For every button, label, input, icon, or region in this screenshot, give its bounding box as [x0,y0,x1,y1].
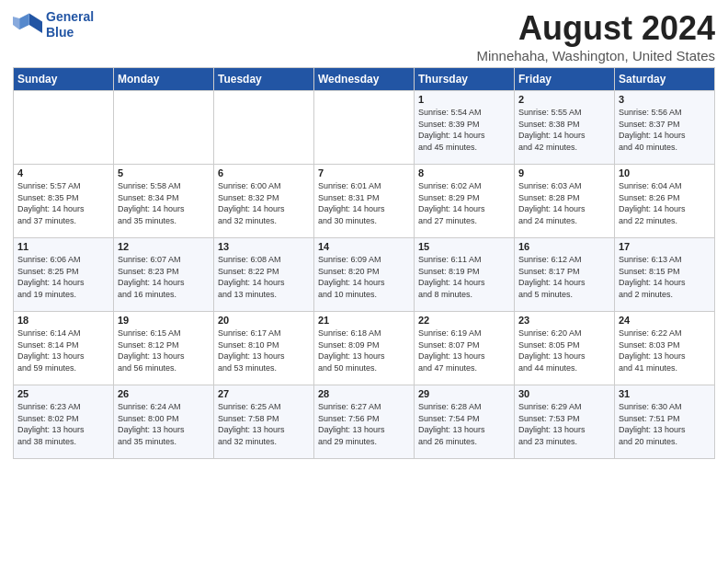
day-number: 6 [218,167,310,178]
day-info: Sunrise: 6:02 AM Sunset: 8:29 PM Dayligh… [418,180,510,226]
day-number: 7 [318,167,410,178]
calendar-cell: 22Sunrise: 6:19 AM Sunset: 8:07 PM Dayli… [415,312,515,385]
calendar-week-row: 25Sunrise: 6:23 AM Sunset: 8:02 PM Dayli… [14,385,715,459]
calendar-cell [314,91,415,165]
calendar-cell: 20Sunrise: 6:17 AM Sunset: 8:10 PM Dayli… [214,312,314,385]
day-number: 5 [118,167,210,178]
day-info: Sunrise: 6:25 AM Sunset: 7:58 PM Dayligh… [218,401,310,447]
day-info: Sunrise: 5:54 AM Sunset: 8:39 PM Dayligh… [418,107,510,153]
page-container: General Blue August 2024 Minnehaha, Wash… [0,0,728,468]
calendar-cell: 14Sunrise: 6:09 AM Sunset: 8:20 PM Dayli… [314,238,415,312]
col-friday: Friday [515,68,615,91]
calendar-cell: 31Sunrise: 6:30 AM Sunset: 7:51 PM Dayli… [615,385,715,459]
calendar-cell: 9Sunrise: 6:03 AM Sunset: 8:28 PM Daylig… [515,165,615,238]
day-info: Sunrise: 5:55 AM Sunset: 8:38 PM Dayligh… [518,107,610,153]
day-info: Sunrise: 6:06 AM Sunset: 8:25 PM Dayligh… [17,254,109,300]
calendar-cell: 19Sunrise: 6:15 AM Sunset: 8:12 PM Dayli… [114,312,214,385]
calendar-cell: 8Sunrise: 6:02 AM Sunset: 8:29 PM Daylig… [415,165,515,238]
day-info: Sunrise: 6:17 AM Sunset: 8:10 PM Dayligh… [218,327,310,373]
day-info: Sunrise: 6:04 AM Sunset: 8:26 PM Dayligh… [619,180,711,226]
calendar-cell: 16Sunrise: 6:12 AM Sunset: 8:17 PM Dayli… [515,238,615,312]
day-number: 4 [17,167,109,178]
day-number: 13 [218,241,310,252]
calendar-cell: 10Sunrise: 6:04 AM Sunset: 8:26 PM Dayli… [615,165,715,238]
calendar-cell: 30Sunrise: 6:29 AM Sunset: 7:53 PM Dayli… [515,385,615,459]
day-number: 28 [318,388,410,399]
calendar-cell: 6Sunrise: 6:00 AM Sunset: 8:32 PM Daylig… [214,165,314,238]
calendar-week-row: 4Sunrise: 5:57 AM Sunset: 8:35 PM Daylig… [14,165,715,238]
day-info: Sunrise: 6:24 AM Sunset: 8:00 PM Dayligh… [118,401,210,447]
day-info: Sunrise: 6:29 AM Sunset: 7:53 PM Dayligh… [518,401,610,447]
col-wednesday: Wednesday [314,68,415,91]
day-info: Sunrise: 6:22 AM Sunset: 8:03 PM Dayligh… [619,327,711,373]
day-info: Sunrise: 6:18 AM Sunset: 8:09 PM Dayligh… [318,327,410,373]
day-number: 23 [518,315,610,326]
day-number: 21 [318,315,410,326]
calendar-cell: 29Sunrise: 6:28 AM Sunset: 7:54 PM Dayli… [415,385,515,459]
day-number: 14 [318,241,410,252]
calendar-cell: 13Sunrise: 6:08 AM Sunset: 8:22 PM Dayli… [214,238,314,312]
col-saturday: Saturday [615,68,715,91]
col-sunday: Sunday [14,68,114,91]
day-info: Sunrise: 6:03 AM Sunset: 8:28 PM Dayligh… [518,180,610,226]
calendar-cell: 28Sunrise: 6:27 AM Sunset: 7:56 PM Dayli… [314,385,415,459]
day-info: Sunrise: 5:57 AM Sunset: 8:35 PM Dayligh… [17,180,109,226]
day-number: 31 [619,388,711,399]
day-number: 15 [418,241,510,252]
calendar-table: Sunday Monday Tuesday Wednesday Thursday… [13,67,715,459]
day-info: Sunrise: 6:14 AM Sunset: 8:14 PM Dayligh… [17,327,109,373]
calendar-cell [214,91,314,165]
logo: General Blue [13,9,94,40]
calendar-cell: 23Sunrise: 6:20 AM Sunset: 8:05 PM Dayli… [515,312,615,385]
day-number: 10 [619,167,711,178]
day-info: Sunrise: 6:19 AM Sunset: 8:07 PM Dayligh… [418,327,510,373]
day-number: 19 [118,315,210,326]
day-number: 24 [619,315,711,326]
calendar-cell [114,91,214,165]
calendar-cell [14,91,114,165]
day-info: Sunrise: 6:09 AM Sunset: 8:20 PM Dayligh… [318,254,410,300]
day-info: Sunrise: 6:11 AM Sunset: 8:19 PM Dayligh… [418,254,510,300]
calendar-header-row: Sunday Monday Tuesday Wednesday Thursday… [14,68,715,91]
title-area: August 2024 Minnehaha, Washington, Unite… [476,9,715,63]
day-number: 12 [118,241,210,252]
day-number: 16 [518,241,610,252]
calendar-cell: 24Sunrise: 6:22 AM Sunset: 8:03 PM Dayli… [615,312,715,385]
calendar-cell: 1Sunrise: 5:54 AM Sunset: 8:39 PM Daylig… [415,91,515,165]
calendar-cell: 15Sunrise: 6:11 AM Sunset: 8:19 PM Dayli… [415,238,515,312]
day-number: 11 [17,241,109,252]
calendar-cell: 11Sunrise: 6:06 AM Sunset: 8:25 PM Dayli… [14,238,114,312]
calendar-cell: 7Sunrise: 6:01 AM Sunset: 8:31 PM Daylig… [314,165,415,238]
day-info: Sunrise: 6:30 AM Sunset: 7:51 PM Dayligh… [619,401,711,447]
day-number: 27 [218,388,310,399]
calendar-cell: 18Sunrise: 6:14 AM Sunset: 8:14 PM Dayli… [14,312,114,385]
col-thursday: Thursday [415,68,515,91]
day-info: Sunrise: 6:20 AM Sunset: 8:05 PM Dayligh… [518,327,610,373]
logo-icon [13,10,42,40]
day-number: 2 [518,94,610,105]
day-number: 1 [418,94,510,105]
calendar-cell: 4Sunrise: 5:57 AM Sunset: 8:35 PM Daylig… [14,165,114,238]
day-info: Sunrise: 6:07 AM Sunset: 8:23 PM Dayligh… [118,254,210,300]
calendar-cell: 25Sunrise: 6:23 AM Sunset: 8:02 PM Dayli… [14,385,114,459]
day-info: Sunrise: 6:00 AM Sunset: 8:32 PM Dayligh… [218,180,310,226]
day-info: Sunrise: 6:27 AM Sunset: 7:56 PM Dayligh… [318,401,410,447]
day-number: 25 [17,388,109,399]
calendar-cell: 17Sunrise: 6:13 AM Sunset: 8:15 PM Dayli… [615,238,715,312]
header: General Blue August 2024 Minnehaha, Wash… [13,9,715,63]
day-info: Sunrise: 6:01 AM Sunset: 8:31 PM Dayligh… [318,180,410,226]
calendar-cell: 5Sunrise: 5:58 AM Sunset: 8:34 PM Daylig… [114,165,214,238]
day-number: 8 [418,167,510,178]
calendar-cell: 21Sunrise: 6:18 AM Sunset: 8:09 PM Dayli… [314,312,415,385]
col-tuesday: Tuesday [214,68,314,91]
day-info: Sunrise: 6:23 AM Sunset: 8:02 PM Dayligh… [17,401,109,447]
day-number: 18 [17,315,109,326]
day-number: 17 [619,241,711,252]
day-number: 30 [518,388,610,399]
day-number: 22 [418,315,510,326]
calendar-cell: 12Sunrise: 6:07 AM Sunset: 8:23 PM Dayli… [114,238,214,312]
calendar-cell: 2Sunrise: 5:55 AM Sunset: 8:38 PM Daylig… [515,91,615,165]
calendar-week-row: 18Sunrise: 6:14 AM Sunset: 8:14 PM Dayli… [14,312,715,385]
day-info: Sunrise: 5:58 AM Sunset: 8:34 PM Dayligh… [118,180,210,226]
calendar-week-row: 1Sunrise: 5:54 AM Sunset: 8:39 PM Daylig… [14,91,715,165]
